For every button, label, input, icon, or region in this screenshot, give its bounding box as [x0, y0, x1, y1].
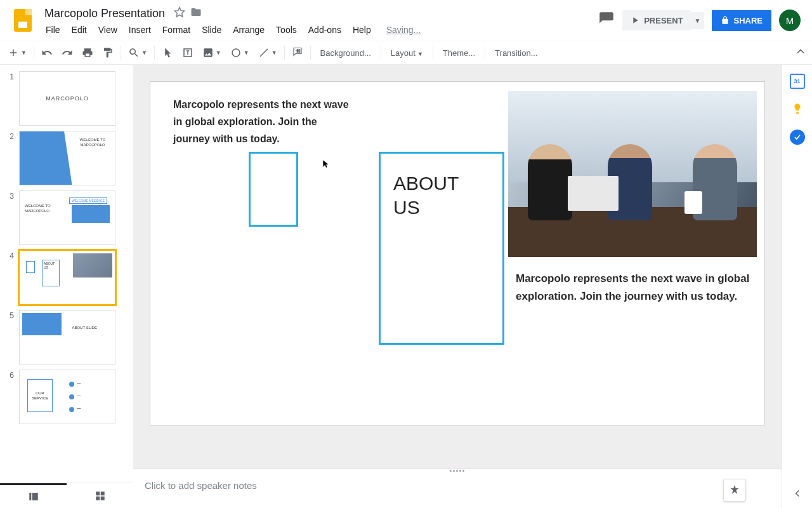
svg-rect-6: [100, 491, 104, 495]
slide-thumb-2[interactable]: WELCOME TO MARCOPOLO: [19, 131, 115, 185]
side-panel-toggle[interactable]: [792, 488, 803, 502]
image-tool[interactable]: ▼: [199, 44, 225, 62]
explore-button[interactable]: [723, 479, 746, 502]
share-button[interactable]: SHARE: [712, 10, 771, 31]
print-button[interactable]: [78, 44, 97, 62]
thumb-number: 3: [5, 190, 14, 201]
menu-arrange[interactable]: Arrange: [228, 23, 270, 36]
slide-small-rect[interactable]: [249, 152, 298, 227]
slide-thumb-4[interactable]: ABOUT US: [19, 250, 115, 305]
svg-line-2: [260, 49, 268, 57]
menu-help[interactable]: Help: [348, 23, 376, 36]
toolbar-collapse[interactable]: [794, 45, 807, 60]
toolbar: ▼ ▼ ▼ ▼ ▼ Background... Layout▼ Theme...…: [0, 41, 812, 65]
menu-tools[interactable]: Tools: [271, 23, 302, 36]
thumb-number: 5: [5, 310, 14, 320]
grid-view-tab[interactable]: [67, 483, 133, 508]
title-area: Marcopolo Presentation File Edit View In…: [41, 4, 598, 36]
svg-marker-0: [175, 8, 185, 17]
account-avatar[interactable]: M: [779, 10, 801, 31]
view-mode-bar: [0, 483, 133, 508]
zoom-button[interactable]: ▼: [124, 44, 151, 62]
filmstrip[interactable]: 1 MARCOPOLO 2 WELCOME TO MARCOPOLO 3 WEL…: [0, 65, 133, 508]
speaker-notes-placeholder: Click to add speaker notes: [145, 480, 770, 491]
comments-icon[interactable]: [598, 11, 615, 30]
present-label: PRESENT: [644, 16, 683, 25]
svg-rect-3: [29, 493, 31, 500]
share-label: SHARE: [733, 16, 763, 25]
move-folder-icon[interactable]: [190, 6, 202, 20]
thumb-number: 2: [5, 131, 14, 141]
header-right: PRESENT ▼ SHARE M: [598, 10, 807, 31]
slide-thumb-5[interactable]: ABOUT SLIDE: [19, 310, 115, 364]
menu-view[interactable]: View: [93, 23, 122, 36]
svg-rect-7: [96, 496, 100, 500]
canvas-area: Marcopolo represents the next wave in gl…: [133, 65, 782, 508]
slide-thumb-1[interactable]: MARCOPOLO: [19, 71, 115, 126]
thumb-number: 6: [5, 370, 14, 380]
menubar: File Edit View Insert Format Slide Arran…: [41, 23, 598, 36]
redo-button[interactable]: [58, 44, 77, 62]
side-panel: 31: [782, 65, 812, 508]
menu-format[interactable]: Format: [157, 23, 195, 36]
background-button[interactable]: Background...: [314, 45, 377, 61]
slide-thumb-3[interactable]: WELCOME TO MARCOPOLO WELCOME MESSAGE: [19, 190, 115, 245]
present-button[interactable]: PRESENT: [622, 10, 690, 30]
slide-left-text[interactable]: Marcopolo represents the next wave in gl…: [173, 96, 351, 148]
keep-icon[interactable]: [790, 102, 805, 117]
menu-addons[interactable]: Add-ons: [303, 23, 346, 36]
transition-button[interactable]: Transition...: [488, 45, 544, 61]
filmstrip-view-tab[interactable]: [0, 483, 67, 508]
select-tool[interactable]: [158, 44, 177, 62]
undo-button[interactable]: [37, 44, 56, 62]
comment-tool[interactable]: [288, 44, 307, 62]
slide-thumb-6[interactable]: OUR SERVICE ━━━ ━━━ ━━━: [19, 370, 115, 424]
slide-photo[interactable]: [508, 91, 757, 257]
slide-big-rect[interactable]: ABOUT US: [379, 152, 504, 345]
doc-title[interactable]: Marcopolo Presentation: [41, 6, 169, 22]
menu-insert[interactable]: Insert: [124, 23, 156, 36]
svg-rect-4: [32, 493, 37, 500]
menu-slide[interactable]: Slide: [197, 23, 226, 36]
present-dropdown[interactable]: ▼: [691, 12, 705, 29]
shape-tool[interactable]: ▼: [226, 44, 253, 62]
menu-edit[interactable]: Edit: [67, 23, 92, 36]
menu-file[interactable]: File: [41, 23, 65, 36]
slides-app-icon[interactable]: [10, 8, 36, 33]
thumb-number: 4: [5, 250, 14, 260]
app-header: Marcopolo Presentation File Edit View In…: [0, 0, 812, 41]
svg-rect-5: [96, 491, 100, 495]
calendar-icon[interactable]: 31: [790, 74, 805, 89]
thumb-number: 1: [5, 71, 14, 81]
slide-right-text[interactable]: Marcopolo represents the next wave in gl…: [516, 270, 757, 305]
canvas-scroll[interactable]: Marcopolo represents the next wave in gl…: [133, 65, 782, 469]
theme-button[interactable]: Theme...: [436, 45, 481, 61]
speaker-notes[interactable]: Click to add speaker notes: [133, 472, 782, 508]
tasks-icon[interactable]: [790, 130, 805, 145]
paint-format-button[interactable]: [98, 44, 117, 62]
star-icon[interactable]: [174, 6, 185, 20]
new-slide-button[interactable]: ▼: [4, 44, 30, 62]
textbox-tool[interactable]: [178, 44, 197, 62]
slide-box-heading[interactable]: ABOUT US: [393, 171, 490, 219]
slide-canvas[interactable]: Marcopolo represents the next wave in gl…: [150, 81, 765, 425]
saving-status: Saving...: [384, 23, 423, 36]
line-tool[interactable]: ▼: [254, 44, 281, 62]
layout-button[interactable]: Layout▼: [384, 45, 429, 61]
svg-rect-8: [100, 496, 104, 500]
svg-point-1: [232, 49, 240, 57]
cursor-icon: [322, 158, 331, 172]
